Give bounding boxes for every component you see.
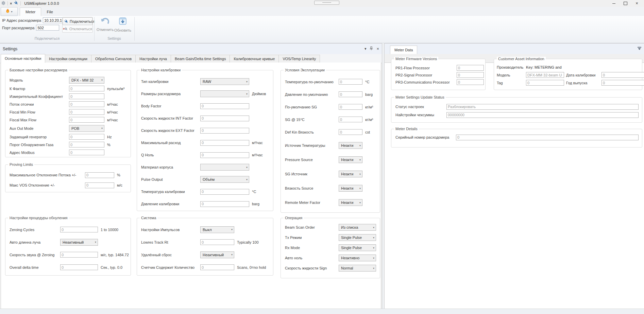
tag-input[interactable] <box>526 80 564 86</box>
settings-tab-3[interactable]: Обработка Сигналов <box>91 55 136 63</box>
auto-zero-select[interactable]: Неактивно▾ <box>339 255 376 261</box>
form-row: Поток отсечким³/час <box>5 100 131 108</box>
field-label: PR2-Signal Processor <box>395 73 457 77</box>
pr2-signal-processor-input[interactable] <box>457 72 484 78</box>
model-select[interactable]: DFX - MM 32▾ <box>69 77 104 84</box>
default-temperature-input[interactable] <box>339 79 362 85</box>
calibration-type-select[interactable]: RAW▾ <box>200 78 249 85</box>
application-menu-button[interactable]: ▾ <box>1 7 18 16</box>
calibration-temperature-input[interactable] <box>200 189 249 195</box>
form-row: Pulse OutputОбъём▾ <box>137 173 273 186</box>
settings-status-input[interactable] <box>446 104 639 110</box>
chevron-down-icon: ▾ <box>246 166 249 169</box>
tx-mode-select[interactable]: Single Pulse▾ <box>339 234 376 241</box>
unit-label: м³/час <box>252 141 263 145</box>
delete-icon[interactable]: × <box>10 1 12 5</box>
sg-source-select[interactable]: Неакти▾ <box>339 171 362 177</box>
sound-speed-zeroing-input[interactable] <box>60 252 98 258</box>
lowres-track-rt-input[interactable] <box>200 239 234 245</box>
field-label: Zeroing Cycles <box>10 228 60 232</box>
combo-value: Выкл <box>203 228 212 232</box>
close-button[interactable]: × <box>631 0 643 7</box>
maximize-button[interactable] <box>620 0 631 7</box>
measuring-coefficient-input[interactable] <box>69 93 104 99</box>
calibration-date-input[interactable] <box>601 72 644 78</box>
serial-number-input[interactable] <box>456 135 639 140</box>
remote-reset-select[interactable]: Неактивный▾ <box>200 251 234 258</box>
settings-tab-6[interactable]: Калибровочные кривые <box>230 55 279 63</box>
cutoff-flow-input[interactable] <box>69 101 104 107</box>
undo-button[interactable]: Отменить <box>97 17 113 37</box>
auto-beam-length-select[interactable]: Неактивный▾ <box>60 239 98 246</box>
meter-size-select[interactable]: ▾ <box>200 90 249 97</box>
port-input[interactable] <box>36 25 59 31</box>
pressure-source-select[interactable]: Неакти▾ <box>339 156 362 163</box>
form-row: SG ИсточникНеакти▾ <box>281 167 380 181</box>
beam-scan-order-select[interactable]: Из списка▾ <box>339 224 376 231</box>
calibration-date-label: Дата калибровки <box>566 73 601 77</box>
window-grip[interactable] <box>314 1 339 5</box>
counter-hold-count-input[interactable] <box>200 264 234 270</box>
overall-delta-time-input[interactable] <box>60 264 98 270</box>
body-factor-input[interactable] <box>200 103 249 109</box>
default-pressure-input[interactable] <box>339 91 362 97</box>
rx-mode-select[interactable]: Single Pulse▾ <box>339 244 376 251</box>
def-kin-viscosity-input[interactable] <box>339 129 362 135</box>
remote-meter-factor-select[interactable]: Неакти▾ <box>339 199 362 206</box>
liquid-velocity-int-factor-input[interactable] <box>200 116 249 121</box>
liquid-velocity-ext-factor-input[interactable] <box>200 128 249 134</box>
settings-checksum-input[interactable] <box>446 112 639 118</box>
ribbon-tab-file[interactable]: File <box>41 8 58 16</box>
group-calibration-settings: Настройки калибровки Тип калибровкиRAW▾Р… <box>137 70 273 211</box>
calibration-pressure-input[interactable] <box>200 201 249 207</box>
viscosity-source-select[interactable]: Неакти▾ <box>339 185 362 192</box>
refresh-button[interactable]: Обновить <box>115 17 131 37</box>
zeroing-cycles-input[interactable] <box>60 227 98 232</box>
liquid-velocity-sign-select[interactable]: Normal▾ <box>339 265 376 272</box>
connect-button[interactable]: Подключиться <box>63 17 92 25</box>
fiscal-min-flow-input[interactable] <box>69 109 104 115</box>
modbus-address-input[interactable] <box>69 150 104 155</box>
panel-position-icon[interactable]: ▾ <box>365 47 367 51</box>
q-zero-input[interactable] <box>200 152 249 158</box>
sg-at-15c-input[interactable] <box>339 117 362 122</box>
pr1-flow-processor-input[interactable] <box>457 65 484 71</box>
minimize-button[interactable] <box>608 0 620 7</box>
settings-tab-7[interactable]: VOS/Temp Linearity <box>278 55 320 63</box>
field-label: Def Kin Вязкость <box>285 130 339 134</box>
tab-meter-data[interactable]: Meter Data <box>390 46 417 54</box>
max-flow-rate-input[interactable] <box>200 140 249 146</box>
pulse-output-select[interactable]: Объём▾ <box>200 176 249 183</box>
settings-tab-1[interactable]: Основные настройки <box>1 54 45 63</box>
panel-menu-icon[interactable] <box>638 46 641 52</box>
year-input[interactable] <box>601 80 644 86</box>
max-vos-deviation-input[interactable] <box>85 182 114 188</box>
gear-icon[interactable] <box>1 0 5 6</box>
form-row: Максимальное Отклонение Потока +/-% <box>5 170 131 180</box>
unit-label: % <box>107 143 111 147</box>
settings-tab-4[interactable]: Настройки луча <box>135 55 171 63</box>
body-material-select[interactable]: ▾ <box>200 164 249 171</box>
manufacturer-label: Производитель <box>497 65 526 69</box>
master-generator-input[interactable] <box>69 134 104 140</box>
temperature-source-select[interactable]: Неакти▾ <box>339 142 362 149</box>
plug-icon[interactable] <box>14 0 18 6</box>
form-row: Статус настроек <box>391 103 642 111</box>
max-flow-deviation-input[interactable] <box>85 172 114 178</box>
model-input[interactable] <box>526 72 564 78</box>
panel-splitter[interactable] <box>382 43 385 309</box>
k-factor-input[interactable] <box>69 86 104 91</box>
ribbon-tab-meter[interactable]: Meter <box>20 7 41 16</box>
pulse-settings-select[interactable]: Выкл▾ <box>200 226 234 233</box>
chevron-down-icon: ▾ <box>231 228 234 231</box>
disconnect-button[interactable]: × Отключиться <box>63 25 92 32</box>
aux-out-mode-select[interactable]: POB▾ <box>69 125 104 132</box>
pin-icon[interactable] <box>370 47 373 51</box>
settings-tab-2[interactable]: Настройки симуляции <box>45 55 91 63</box>
fiscal-max-flow-input[interactable] <box>69 117 104 123</box>
default-sg-input[interactable] <box>339 104 362 110</box>
pr3-communications-processor-input[interactable] <box>457 79 484 85</box>
settings-tab-5[interactable]: Beam Gain/Delta time Settings <box>171 55 230 63</box>
close-icon[interactable]: × <box>376 47 379 51</box>
gas-detection-threshold-input[interactable] <box>69 142 104 147</box>
